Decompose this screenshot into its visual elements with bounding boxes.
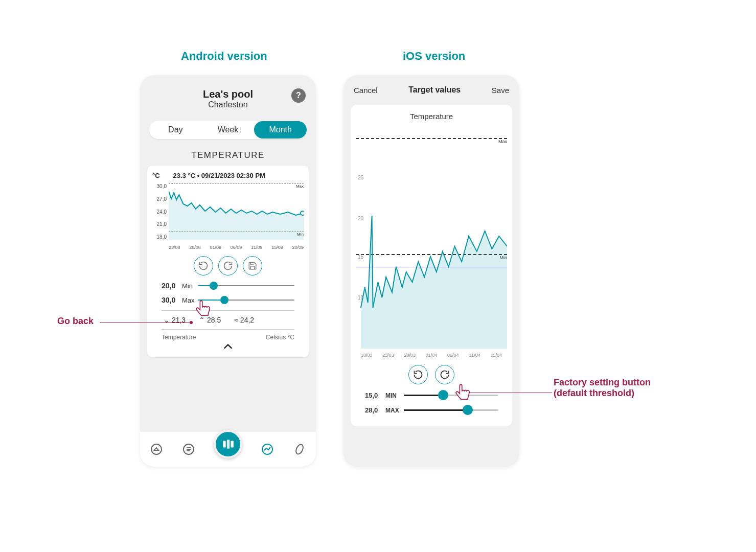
y-tick: 30,0 [152, 183, 167, 189]
min-slider[interactable] [404, 395, 498, 396]
x-tick: 28/03 [404, 353, 416, 358]
min-slider-value: 15,0 [365, 392, 385, 399]
x-tick: 01/09 [210, 245, 221, 250]
min-slider-label: Min [182, 282, 198, 290]
tab-month[interactable]: Month [254, 121, 307, 139]
x-tick: 20/09 [292, 245, 304, 250]
y-tick: 18,0 [152, 234, 167, 240]
nav-list-icon[interactable] [181, 442, 196, 456]
nav-device-icon[interactable] [292, 442, 307, 456]
y-tick: 27,0 [152, 196, 167, 202]
pool-name: Lea's pool [140, 88, 316, 100]
x-tick: 23/08 [169, 245, 180, 250]
android-screen: Lea's pool Charleston ? Day Week Month T… [140, 75, 316, 467]
svg-rect-7 [227, 440, 230, 448]
nav-center-button[interactable] [214, 430, 242, 458]
callout-line [466, 393, 552, 393]
temp-icon: ≈ [234, 316, 238, 324]
max-line: Max [169, 183, 304, 189]
stat-avg: ≈ 24,2 [234, 316, 254, 324]
temperature-chart-card: °C 23.3 °C • 09/21/2023 02:30 PM 30,0 27… [147, 166, 309, 357]
footer-unit: Celsius °C [266, 334, 294, 341]
x-tick: 11/04 [469, 353, 480, 358]
x-tick: 06/04 [447, 353, 459, 358]
callout-factory: Factory setting button (default threshol… [554, 377, 656, 399]
max-slider-value: 30,0 [162, 296, 182, 304]
chevron-up-icon: ⌃ [199, 316, 205, 324]
footer-metric: Temperature [162, 334, 196, 341]
range-tabs: Day Week Month [149, 121, 307, 139]
svg-rect-8 [231, 441, 233, 448]
ios-version-label: iOS version [403, 50, 465, 63]
svg-point-10 [295, 443, 305, 455]
x-tick: 15/09 [271, 245, 283, 250]
min-line: Min [169, 232, 304, 237]
chart-unit: °C [152, 172, 160, 179]
svg-point-0 [301, 211, 304, 215]
max-slider[interactable] [404, 409, 498, 411]
svg-rect-6 [223, 441, 225, 448]
x-tick: 11/09 [251, 245, 263, 250]
cancel-button[interactable]: Cancel [354, 86, 378, 95]
expand-chevron-icon[interactable] [152, 343, 304, 352]
callout-go-back: Go back [57, 316, 94, 327]
page-title: Target values [408, 85, 461, 95]
nav-chart-icon[interactable] [260, 442, 274, 456]
svg-point-1 [151, 444, 162, 454]
callout-line [100, 323, 192, 323]
x-tick: 28/08 [189, 245, 201, 250]
x-tick: 06/09 [231, 245, 242, 250]
go-back-button[interactable] [408, 365, 428, 384]
save-button[interactable] [243, 256, 262, 275]
tab-day[interactable]: Day [149, 125, 202, 134]
bottom-nav [140, 432, 316, 467]
ios-screen: Cancel Target values Save Temperature Ma… [343, 75, 519, 467]
y-tick: 21,0 [152, 221, 167, 227]
min-slider-value: 20,0 [162, 282, 182, 290]
go-back-button[interactable] [194, 256, 213, 275]
x-tick: 18/03 [361, 353, 373, 358]
max-slider-value: 28,0 [365, 406, 385, 414]
min-slider[interactable] [198, 285, 294, 286]
min-slider-label: MIN [385, 392, 404, 399]
help-icon[interactable]: ? [291, 88, 306, 103]
pool-location: Charleston [140, 100, 316, 109]
x-tick: 01/04 [426, 353, 438, 358]
target-values-card: Temperature Max Min 25 20 15 10 18/03 23… [351, 105, 512, 426]
android-version-label: Android version [181, 50, 267, 63]
nav-home-icon[interactable] [149, 442, 164, 456]
max-slider-label: MAX [385, 407, 404, 414]
x-tick: 23/03 [382, 353, 394, 358]
factory-reset-button[interactable] [435, 365, 454, 384]
max-slider[interactable] [198, 300, 294, 301]
chart-reading: 23.3 °C • 09/21/2023 02:30 PM [173, 172, 265, 179]
stat-high: ⌃ 28,5 [199, 316, 221, 324]
section-title: TEMPERATURE [140, 150, 316, 160]
chart-title: Temperature [356, 112, 507, 121]
chart-area[interactable]: Max Min 25 20 15 10 [356, 134, 507, 349]
y-tick: 24,0 [152, 209, 167, 215]
x-tick: 15/04 [490, 353, 502, 358]
chart-area[interactable]: 30,0 27,0 24,0 21,0 18,0 Max Min 23/08 2… [152, 183, 304, 250]
max-slider-label: Max [182, 296, 198, 304]
save-button[interactable]: Save [492, 86, 509, 95]
tab-week[interactable]: Week [202, 125, 255, 134]
factory-reset-button[interactable] [218, 256, 238, 275]
